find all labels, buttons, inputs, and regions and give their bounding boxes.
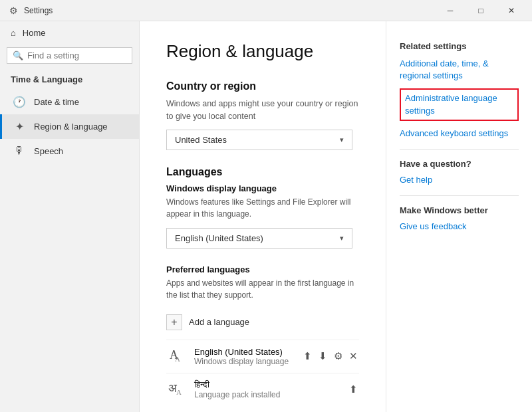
windows-display-heading: Windows display language (166, 183, 359, 193)
maximize-button[interactable]: □ (466, 0, 496, 21)
related-settings-title: Related settings (400, 41, 519, 51)
speech-label: Speech (34, 146, 63, 156)
hindi-move-up-icon[interactable]: ⬆ (348, 382, 359, 397)
sidebar-item-speech[interactable]: 🎙 Speech (0, 139, 139, 163)
divider-1 (400, 149, 519, 150)
home-icon: ⌂ (11, 28, 16, 38)
home-label: Home (23, 28, 46, 38)
english-lang-actions: ⬆ ⬇ ⚙ ✕ (302, 349, 359, 363)
window-controls: ─ □ ✕ (435, 0, 527, 21)
english-lang-subtitle: Windows display language (194, 357, 294, 366)
windows-display-language: Windows display language Windows feature… (166, 183, 359, 249)
options-icon[interactable]: ⚙ (332, 349, 344, 363)
clock-icon: 🕐 (13, 96, 26, 108)
sidebar-section-title: Time & Language (0, 70, 139, 90)
main-content: Region & language Country or region Wind… (140, 21, 386, 412)
right-panel: Related settings Additional date, time, … (386, 21, 532, 412)
region-language-label: Region & language (34, 122, 108, 132)
window-title: Settings (24, 6, 53, 15)
make-better-title: Make Windows better (400, 205, 519, 215)
country-heading: Country or region (166, 80, 359, 92)
settings-icon: ⚙ (8, 5, 19, 16)
english-lang-info: English (United States) Windows display … (194, 347, 294, 366)
english-lang-name: English (United States) (194, 347, 294, 357)
preferred-languages-heading: Preferred languages (166, 264, 359, 274)
hindi-lang-subtitle: Language pack installed (194, 390, 340, 399)
have-question-title: Have a question? (400, 159, 519, 169)
speech-icon: 🎙 (13, 145, 26, 157)
display-language-dropdown[interactable]: English (United States) ▾ (166, 228, 352, 249)
sidebar: ⌂ Home 🔍 Time & Language 🕐 Date & time ✦… (0, 21, 140, 412)
hindi-lang-info: हिन्दी Language pack installed (194, 379, 340, 399)
get-help-link[interactable]: Get help (400, 174, 519, 186)
languages-section: Languages Windows display language Windo… (166, 166, 359, 406)
close-button[interactable]: ✕ (496, 0, 527, 21)
language-item-english: A A English (United States) Windows disp… (166, 340, 359, 373)
hindi-lang-icon: अ A (166, 379, 186, 401)
language-item-hindi: अ A हिन्दी Language pack installed ⬆ (166, 373, 359, 406)
hindi-lang-actions: ⬆ (348, 382, 359, 397)
additional-date-time-link[interactable]: Additional date, time, & regional settin… (400, 58, 519, 82)
country-selected: United States (175, 135, 227, 145)
search-box[interactable]: 🔍 (7, 47, 132, 64)
administrative-language-link[interactable]: Administrative language settings (400, 88, 519, 120)
country-dropdown[interactable]: United States ▾ (166, 130, 352, 150)
sidebar-item-date-time[interactable]: 🕐 Date & time (0, 90, 139, 114)
remove-icon[interactable]: ✕ (348, 349, 359, 363)
hindi-lang-name: हिन्दी (194, 379, 340, 390)
app-layout: ⌂ Home 🔍 Time & Language 🕐 Date & time ✦… (0, 21, 532, 412)
display-language-chevron-icon: ▾ (340, 234, 344, 243)
page-title: Region & language (166, 41, 359, 62)
language-icon: ✦ (13, 120, 26, 133)
windows-display-desc: Windows features like Settings and File … (166, 196, 359, 220)
country-desc: Windows and apps might use your country … (166, 98, 359, 123)
display-language-selected: English (United States) (175, 233, 263, 243)
minimize-button[interactable]: ─ (435, 0, 466, 21)
search-icon: 🔍 (13, 51, 23, 60)
svg-text:A: A (175, 355, 180, 363)
title-bar: ⚙ Settings ─ □ ✕ (0, 0, 532, 21)
title-bar-left: ⚙ Settings (8, 5, 53, 16)
advanced-keyboard-link[interactable]: Advanced keyboard settings (400, 128, 519, 140)
divider-2 (400, 195, 519, 196)
sidebar-home[interactable]: ⌂ Home (0, 21, 139, 45)
plus-icon: + (166, 314, 182, 330)
sidebar-item-region-language[interactable]: ✦ Region & language (0, 114, 139, 139)
date-time-label: Date & time (34, 97, 79, 107)
search-input[interactable] (27, 51, 126, 60)
country-chevron-icon: ▾ (340, 136, 344, 144)
svg-text:A: A (176, 388, 182, 396)
give-feedback-link[interactable]: Give us feedback (400, 221, 519, 233)
english-lang-icon: A A (166, 346, 186, 367)
languages-heading: Languages (166, 166, 359, 178)
add-language-button[interactable]: + Add a language (166, 309, 359, 336)
move-down-icon[interactable]: ⬇ (317, 349, 329, 363)
preferred-languages-desc: Apps and websites will appear in the fir… (166, 277, 359, 301)
add-language-label: Add a language (189, 317, 249, 327)
move-up-icon[interactable]: ⬆ (302, 349, 313, 363)
